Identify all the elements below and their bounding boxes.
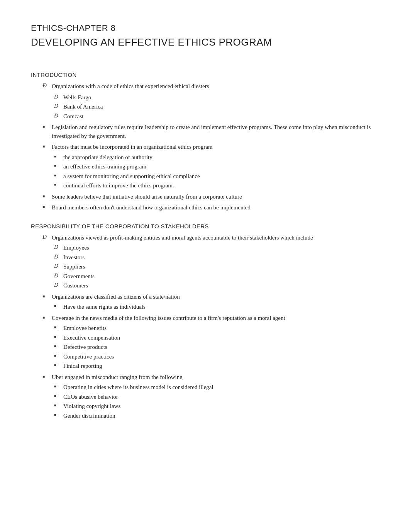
item-text: the appropriate delegation of authority [63,153,379,162]
list-item: Đ Employees [31,243,379,252]
introduction-heading: INTRODUCTION [31,71,379,78]
bullet-icon: Đ [54,263,63,269]
list-item: ■ an effective ethics-training program [31,162,379,171]
bullet-icon: Đ [54,272,63,279]
item-text: continual efforts to improve the ethics … [63,181,379,190]
item-text: Defective products [63,343,379,352]
list-item: ■ Legislation and regulatory rules requi… [31,123,379,140]
bullet-icon: ■ [42,204,52,209]
item-text: a system for monitoring and supporting e… [63,172,379,181]
bullet-icon: ■ [42,143,52,148]
item-text: Employees [63,243,379,252]
list-item: Đ Bank of America [31,102,379,111]
list-item: ■ Executive compensation [31,333,379,342]
list-item: Đ Investors [31,253,379,262]
item-text: Operating in cities where its business m… [63,383,379,392]
list-item: ■ Factors that must be incorporated in a… [31,143,379,151]
bullet-icon: ■ [54,343,63,348]
list-item: Đ Customers [31,281,379,290]
bullet-icon: ■ [42,193,52,198]
list-item: ■ a system for monitoring and supporting… [31,172,379,181]
page-title: ETHICS-CHAPTER 8 [31,23,379,33]
list-item: ■ Operating in cities where its business… [31,383,379,392]
item-text: Factors that must be incorporated in an … [52,143,379,151]
item-text: Employee benefits [63,324,379,333]
item-text: Governments [63,272,379,281]
bullet-icon: Đ [54,253,63,260]
item-text: Gender discrimination [63,411,379,420]
item-text: Suppliers [63,262,379,271]
bullet-icon: ■ [54,362,63,367]
item-text: CEOs abusive behavior [63,393,379,401]
item-text: Investors [63,253,379,262]
bullet-icon: ■ [54,353,63,358]
list-item: Đ Comcast [31,112,379,121]
bullet-icon: ■ [54,172,63,177]
list-item: ■ Coverage in the news media of the foll… [31,314,379,323]
list-item: Đ Governments [31,272,379,281]
introduction-section: INTRODUCTION Đ Organizations with a code… [31,71,379,212]
bullet-icon: Đ [54,93,63,100]
item-text: Wells Fargo [63,93,379,102]
list-item: ■ Organizations are classified as citize… [31,292,379,301]
bullet-icon: ■ [54,153,63,158]
responsibility-section: RESPONSIBILITY OF THE CORPORATION TO STA… [31,223,379,420]
list-item: ■ Defective products [31,343,379,352]
item-text: Have the same rights as individuals [63,303,379,311]
bullet-icon: Đ [54,282,63,288]
bullet-icon: ■ [54,303,63,308]
bullet-icon: ■ [54,412,63,417]
list-item: ■ Employee benefits [31,324,379,333]
bullet-icon: ■ [54,334,63,339]
bullet-icon: Đ [54,244,63,250]
list-item: ■ Some leaders believe that initiative s… [31,192,379,201]
list-item: ■ Competitive practices [31,352,379,361]
list-item: Đ Wells Fargo [31,93,379,102]
list-item: ■ continual efforts to improve the ethic… [31,181,379,190]
bullet-icon: ■ [54,402,63,407]
bullet-icon: Đ [54,112,63,119]
item-text: Organizations are classified as citizens… [52,292,379,301]
item-text: Executive compensation [63,333,379,342]
item-text: Bank of America [63,102,379,111]
list-item: ■ the appropriate delegation of authorit… [31,153,379,162]
responsibility-heading: RESPONSIBILITY OF THE CORPORATION TO STA… [31,223,379,229]
list-item: ■ Have the same rights as individuals [31,303,379,311]
item-text: Organizations viewed as profit-making en… [52,233,379,242]
bullet-icon: ■ [54,163,63,168]
item-text: Board members often don't understand how… [52,203,379,212]
item-text: Violating copyright laws [63,402,379,411]
bullet-icon: ■ [54,393,63,398]
bullet-icon: ■ [42,123,52,129]
bullet-icon: Đ [54,103,63,109]
bullet-icon: ■ [42,293,52,298]
bullet-icon: ■ [42,373,52,379]
list-item: ■ Finical reporting [31,362,379,371]
bullet-icon: ■ [54,182,63,187]
item-text: an effective ethics-training program [63,162,379,171]
list-item: ■ Board members often don't understand h… [31,203,379,212]
item-text: Legislation and regulatory rules require… [52,123,379,140]
bullet-icon: ■ [54,383,63,388]
list-item: ■ Uber engaged in misconduct ranging fro… [31,373,379,382]
item-text: Customers [63,281,379,290]
bullet-icon: Đ [42,82,52,89]
page-subtitle: DEVELOPING AN EFFECTIVE ETHICS PROGRAM [31,36,379,48]
bullet-icon: ■ [42,314,52,320]
list-item: Đ Organizations with a code of ethics th… [31,82,379,91]
item-text: Coverage in the news media of the follow… [52,314,379,323]
item-text: Organizations with a code of ethics that… [52,82,379,91]
item-text: Some leaders believe that initiative sho… [52,192,379,201]
list-item: Đ Organizations viewed as profit-making … [31,233,379,242]
list-item: ■ Violating copyright laws [31,402,379,411]
list-item: ■ Gender discrimination [31,411,379,420]
bullet-icon: ■ [54,324,63,329]
item-text: Uber engaged in misconduct ranging from … [52,373,379,382]
bullet-icon: Đ [42,234,52,240]
item-text: Competitive practices [63,352,379,361]
list-item: ■ CEOs abusive behavior [31,393,379,401]
item-text: Comcast [63,112,379,121]
item-text: Finical reporting [63,362,379,371]
list-item: Đ Suppliers [31,262,379,271]
